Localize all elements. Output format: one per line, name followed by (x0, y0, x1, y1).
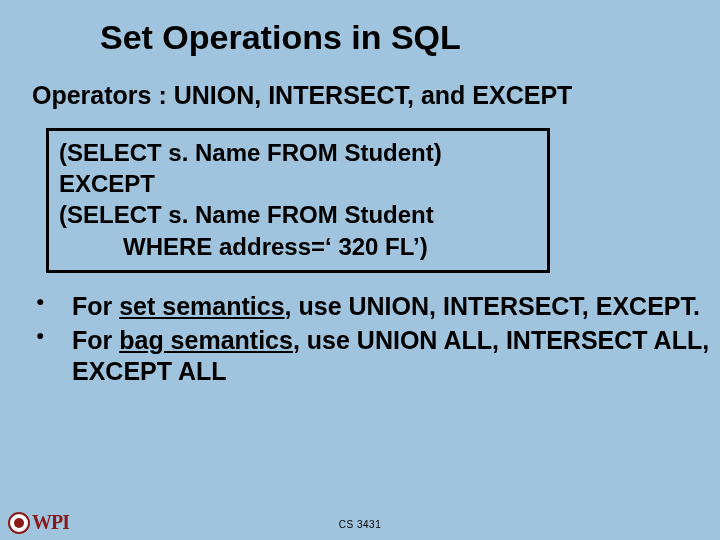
bullet-list: For set semantics, use UNION, INTERSECT,… (36, 291, 720, 387)
bullet-underline: set semantics (119, 292, 284, 320)
footer-course-id: CS 3431 (0, 519, 720, 530)
bullet-bag-semantics: For bag semantics, use UNION ALL, INTERS… (36, 325, 720, 386)
wpi-seal-icon (8, 512, 30, 534)
code-line-2: EXCEPT (59, 168, 537, 199)
bullet-set-semantics: For set semantics, use UNION, INTERSECT,… (36, 291, 720, 322)
bullet-text: For (72, 326, 119, 354)
bullet-text: , use UNION, INTERSECT, EXCEPT. (285, 292, 700, 320)
wpi-text: WPI (32, 511, 69, 534)
sql-example-box: (SELECT s. Name FROM Student) EXCEPT (SE… (46, 128, 550, 273)
code-line-4: WHERE address=‘ 320 FL’) (59, 231, 537, 262)
slide-title: Set Operations in SQL (0, 0, 720, 57)
code-line-1: (SELECT s. Name FROM Student) (59, 137, 537, 168)
code-line-3: (SELECT s. Name FROM Student (59, 199, 537, 230)
bullet-text: For (72, 292, 119, 320)
wpi-logo: WPI (8, 511, 69, 534)
operators-subtitle: Operators : UNION, INTERSECT, and EXCEPT (0, 57, 720, 110)
bullet-underline: bag semantics (119, 326, 293, 354)
